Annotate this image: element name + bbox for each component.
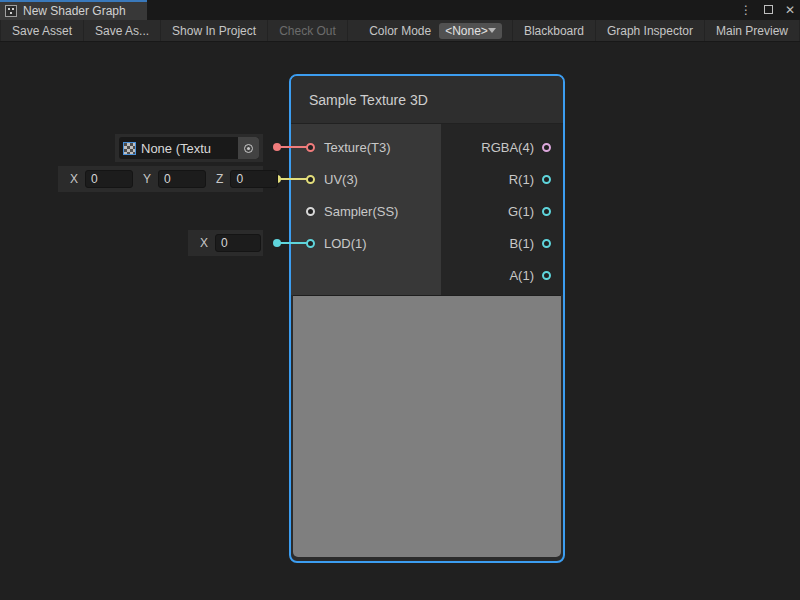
lod-float-panel: X bbox=[188, 230, 263, 256]
input-port-texture[interactable] bbox=[306, 143, 315, 152]
texture-field-panel: None (Textu bbox=[115, 134, 263, 162]
maximize-icon[interactable] bbox=[764, 0, 773, 20]
output-port-b[interactable] bbox=[542, 239, 551, 248]
output-port-g[interactable] bbox=[542, 207, 551, 216]
output-port-label: G(1) bbox=[508, 204, 534, 219]
uv-x-input[interactable] bbox=[85, 170, 133, 188]
object-picker-icon bbox=[244, 144, 253, 153]
tab-title: New Shader Graph bbox=[23, 4, 126, 18]
uv-z-component: Z bbox=[216, 170, 278, 188]
toolbar-spacer bbox=[348, 20, 361, 41]
window-menu-icon[interactable]: ⋮ bbox=[740, 0, 752, 20]
node-preview bbox=[293, 295, 561, 557]
uv-z-label[interactable]: Z bbox=[216, 172, 223, 186]
blackboard-button[interactable]: Blackboard bbox=[512, 20, 596, 41]
node-title-bar[interactable]: Sample Texture 3D bbox=[291, 76, 563, 124]
uv-z-input[interactable] bbox=[230, 170, 278, 188]
node-port-section: Texture(T3) UV(3) Sampler(SS) LOD(1) RG bbox=[291, 124, 563, 295]
uv-vector3-panel: X Y Z bbox=[58, 166, 263, 192]
main-preview-button[interactable]: Main Preview bbox=[705, 20, 800, 41]
uv-y-input[interactable] bbox=[158, 170, 206, 188]
input-port-label: UV(3) bbox=[324, 172, 358, 187]
output-port-label: A(1) bbox=[509, 268, 534, 283]
uv-y-label[interactable]: Y bbox=[143, 172, 151, 186]
color-mode-label: Color Mode bbox=[361, 20, 439, 41]
port-row-lod: LOD(1) bbox=[291, 227, 441, 259]
input-port-label: Sampler(SS) bbox=[324, 204, 398, 219]
port-row-sampler: Sampler(SS) bbox=[291, 195, 441, 227]
node-sample-texture-3d[interactable]: Sample Texture 3D Texture(T3) UV(3) Samp… bbox=[289, 74, 565, 563]
toolbar-right-group: Blackboard Graph Inspector Main Preview bbox=[512, 20, 800, 41]
tab-new-shader-graph[interactable]: New Shader Graph bbox=[0, 0, 147, 20]
port-row-g: G(1) bbox=[441, 195, 563, 227]
window-controls: ⋮ ✕ bbox=[740, 0, 795, 20]
uv-x-label[interactable]: X bbox=[70, 172, 78, 186]
node-input-column: Texture(T3) UV(3) Sampler(SS) LOD(1) bbox=[291, 124, 441, 295]
port-row-texture: Texture(T3) bbox=[291, 131, 441, 163]
node-output-column: RGBA(4) R(1) G(1) B(1) A(1) bbox=[441, 124, 563, 295]
uv-x-component: X bbox=[70, 170, 133, 188]
graph-inspector-button[interactable]: Graph Inspector bbox=[596, 20, 705, 41]
texture-field-value: None (Textu bbox=[141, 141, 238, 156]
input-port-label: LOD(1) bbox=[324, 236, 367, 251]
toolbar: Save Asset Save As... Show In Project Ch… bbox=[0, 20, 800, 42]
texture-3d-checker-icon bbox=[123, 142, 136, 155]
input-port-sampler[interactable] bbox=[306, 207, 315, 216]
edge-dot-lod bbox=[273, 239, 281, 247]
title-bar: New Shader Graph ⋮ ✕ bbox=[0, 0, 800, 20]
lod-x-input[interactable] bbox=[215, 234, 261, 252]
show-in-project-button[interactable]: Show In Project bbox=[161, 20, 268, 41]
port-row-b: B(1) bbox=[441, 227, 563, 259]
input-port-label: Texture(T3) bbox=[324, 140, 390, 155]
output-port-label: B(1) bbox=[509, 236, 534, 251]
port-row-rgba: RGBA(4) bbox=[441, 131, 563, 163]
close-icon[interactable]: ✕ bbox=[785, 0, 795, 20]
shader-graph-icon bbox=[5, 5, 17, 17]
port-row-uv: UV(3) bbox=[291, 163, 441, 195]
output-port-label: RGBA(4) bbox=[481, 140, 534, 155]
color-mode-dropdown[interactable]: <None> bbox=[439, 23, 502, 39]
save-asset-button[interactable]: Save Asset bbox=[0, 20, 84, 41]
edge-dot-texture bbox=[273, 143, 281, 151]
lod-x-label[interactable]: X bbox=[200, 236, 208, 250]
node-title: Sample Texture 3D bbox=[309, 92, 428, 108]
port-row-r: R(1) bbox=[441, 163, 563, 195]
output-port-a[interactable] bbox=[542, 271, 551, 280]
output-port-label: R(1) bbox=[509, 172, 534, 187]
texture-object-field[interactable]: None (Textu bbox=[119, 137, 259, 159]
lod-x-component: X bbox=[200, 234, 261, 252]
object-picker-button[interactable] bbox=[238, 137, 259, 159]
input-port-uv[interactable] bbox=[306, 175, 315, 184]
port-row-a: A(1) bbox=[441, 259, 563, 291]
color-mode-value: <None> bbox=[445, 24, 488, 38]
chevron-down-icon bbox=[488, 28, 496, 33]
output-port-rgba[interactable] bbox=[542, 143, 551, 152]
check-out-button: Check Out bbox=[268, 20, 348, 41]
output-port-r[interactable] bbox=[542, 175, 551, 184]
save-as-button[interactable]: Save As... bbox=[84, 20, 161, 41]
input-port-lod[interactable] bbox=[306, 239, 315, 248]
uv-y-component: Y bbox=[143, 170, 206, 188]
